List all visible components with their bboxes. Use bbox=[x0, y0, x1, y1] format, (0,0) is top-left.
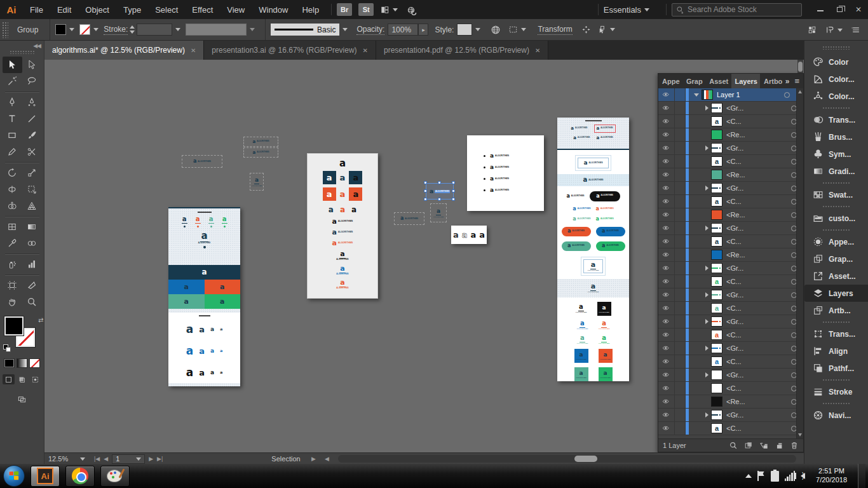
dock-color-guide-button[interactable]: Color... bbox=[804, 71, 868, 88]
layer-row[interactable]: <Gr... bbox=[658, 262, 803, 275]
visibility-toggle[interactable] bbox=[658, 355, 675, 368]
lock-toggle[interactable] bbox=[675, 422, 686, 435]
logo-lockup[interactable]: aALGORITHMS bbox=[490, 165, 509, 170]
layer-row[interactable]: a<C... bbox=[658, 302, 803, 315]
selection-tool[interactable] bbox=[3, 57, 22, 73]
isolate-selection-icon[interactable] bbox=[597, 25, 607, 34]
taskbar-illustrator-button[interactable]: Ai bbox=[31, 466, 60, 487]
paint-gradient-button[interactable] bbox=[17, 358, 27, 368]
layer-label[interactable]: <C... bbox=[726, 384, 784, 392]
layer-row[interactable]: a<C... bbox=[658, 155, 803, 168]
layer-label[interactable]: <Gr... bbox=[726, 371, 784, 379]
lock-toggle[interactable] bbox=[675, 288, 686, 301]
layer-row[interactable]: a<C... bbox=[658, 422, 803, 435]
logo-vertical-lockup[interactable]: aALGORITHMS bbox=[575, 304, 587, 313]
layer-label[interactable]: <Re... bbox=[726, 131, 784, 139]
visibility-toggle[interactable] bbox=[658, 275, 675, 288]
logo-lockup[interactable]: aALGORITHMS bbox=[332, 218, 353, 225]
logo-vertical-lockup[interactable]: aALGORITHMS bbox=[336, 279, 348, 290]
visibility-toggle[interactable] bbox=[658, 142, 675, 154]
curvature-tool[interactable] bbox=[22, 94, 42, 111]
canvas-horizontal-scrollbar[interactable] bbox=[338, 455, 796, 463]
logo-vertical-lockup[interactable]: aALGORITHMS bbox=[599, 335, 610, 344]
lock-toggle[interactable] bbox=[675, 182, 686, 194]
dock-color-button[interactable]: Color bbox=[804, 53, 868, 71]
layer-label[interactable]: <Gr... bbox=[726, 318, 784, 325]
expand-chevron-icon[interactable] bbox=[694, 93, 699, 97]
document-tab[interactable]: presentation4.pdf @ 12.5% (RGB/Preview)✕ bbox=[376, 41, 548, 60]
magic-wand-tool[interactable] bbox=[3, 73, 22, 90]
layer-row[interactable]: <Gr... bbox=[658, 369, 803, 382]
visibility-toggle[interactable] bbox=[658, 168, 675, 181]
new-sublayer-button[interactable] bbox=[759, 441, 768, 450]
dock-appearance-button[interactable]: Appe... bbox=[804, 233, 868, 250]
logo-lockup[interactable]: aALGORITHMS bbox=[400, 216, 418, 221]
lasso-tool[interactable] bbox=[22, 73, 42, 90]
logo-lockup[interactable]: aALGORITHMS bbox=[573, 207, 590, 212]
artboard-brand-sheet-left[interactable]: aaaaaALGORITHMSaaaaaaaaaaaaaaaaa bbox=[168, 207, 240, 386]
lock-toggle[interactable] bbox=[675, 235, 686, 248]
dock-layers-button[interactable]: Layers bbox=[804, 285, 868, 302]
visibility-toggle[interactable] bbox=[658, 288, 675, 301]
logo-square[interactable]: aALGORITHMS bbox=[599, 349, 613, 363]
panel-tab-appe[interactable]: Appe bbox=[658, 74, 682, 88]
loose-logo-lockup[interactable]: aALGORITHMS bbox=[243, 147, 278, 158]
fill-well[interactable] bbox=[4, 316, 24, 336]
perspective-grid-tool[interactable] bbox=[22, 198, 42, 214]
lock-toggle[interactable] bbox=[675, 369, 686, 381]
trash-button[interactable] bbox=[790, 441, 799, 450]
taskbar-chrome-button[interactable] bbox=[65, 466, 95, 487]
lock-toggle[interactable] bbox=[675, 115, 686, 128]
swap-fill-stroke-icon[interactable]: ⇄ bbox=[38, 316, 43, 323]
width-tool[interactable] bbox=[3, 181, 22, 198]
lock-toggle[interactable] bbox=[675, 102, 686, 114]
dock-artboards-button[interactable]: Artb... bbox=[804, 302, 868, 319]
logo-vertical-lockup[interactable]: aALGORITHMS bbox=[599, 320, 610, 330]
stroke-weight-label[interactable]: Stroke: bbox=[104, 25, 128, 35]
menu-file[interactable]: File bbox=[23, 0, 50, 19]
layer-row[interactable]: <Gr... bbox=[658, 102, 803, 115]
logo-lockup[interactable]: aALGORITHMS bbox=[571, 126, 587, 131]
visibility-toggle[interactable] bbox=[658, 262, 675, 274]
previous-artboard-button[interactable]: ◀ bbox=[104, 456, 108, 462]
transform-link[interactable]: Transform bbox=[538, 25, 572, 35]
line-tool[interactable] bbox=[22, 111, 42, 127]
lock-toggle[interactable] bbox=[675, 395, 686, 408]
menu-effect[interactable]: Effect bbox=[185, 0, 220, 19]
loose-logo-vertical[interactable]: aALGORITHMS bbox=[430, 203, 447, 222]
expand-chevron-icon[interactable] bbox=[705, 146, 709, 151]
arrange-documents-icon[interactable] bbox=[380, 4, 390, 15]
visibility-toggle[interactable] bbox=[658, 382, 675, 395]
layer-row[interactable]: a<C... bbox=[658, 355, 803, 369]
layer-row[interactable]: <Re... bbox=[658, 208, 803, 222]
layer-row[interactable]: a<C... bbox=[658, 235, 803, 248]
lock-toggle[interactable] bbox=[675, 222, 686, 234]
logo-lockup[interactable]: aALGORITHMS bbox=[566, 194, 584, 199]
document-tab[interactable]: algorithms.ai* @ 12.5% (RGB/Preview)✕ bbox=[44, 41, 204, 60]
layer-label[interactable]: <Re... bbox=[726, 251, 784, 259]
menu-select[interactable]: Select bbox=[148, 0, 185, 19]
dock-align-button[interactable]: Align bbox=[804, 342, 868, 360]
logo-lockup[interactable]: aALGORITHMS bbox=[573, 217, 590, 222]
layer-row[interactable]: <Re... bbox=[658, 248, 803, 262]
artboard-brand-usage-sheet[interactable]: aALGORITHMSaALGORITHMSaALGORITHMSaALGORI… bbox=[557, 118, 629, 381]
blend-tool[interactable] bbox=[22, 235, 42, 252]
logo-vertical-lockup[interactable]: aALGORITHMS bbox=[433, 208, 444, 217]
stroke-color-control[interactable] bbox=[79, 24, 98, 35]
artboard-bullet-list[interactable]: aALGORITHMSaALGORITHMSaALGORITHMSaALGORI… bbox=[467, 135, 544, 211]
menu-help[interactable]: Help bbox=[295, 0, 326, 19]
logo-lockup[interactable]: aALGORITHMS bbox=[583, 177, 603, 183]
chevron-down-icon[interactable] bbox=[393, 8, 398, 11]
direct-selection-tool[interactable] bbox=[22, 57, 42, 73]
visibility-toggle[interactable] bbox=[658, 208, 675, 221]
layer-label[interactable]: <Gr... bbox=[726, 264, 784, 272]
draw-normal-button[interactable] bbox=[3, 374, 15, 384]
layer-row[interactable]: <Re... bbox=[658, 128, 803, 142]
expand-chevron-icon[interactable] bbox=[705, 105, 709, 111]
slice-tool[interactable] bbox=[22, 277, 42, 294]
logo-lockup[interactable]: aALGORITHMS bbox=[490, 187, 509, 193]
draw-inside-button[interactable] bbox=[29, 374, 41, 384]
dock-gradient-button[interactable]: Gradi... bbox=[804, 163, 868, 180]
layer-label[interactable]: <C... bbox=[726, 118, 784, 125]
dock-brushes-button[interactable]: Brus... bbox=[804, 128, 868, 146]
